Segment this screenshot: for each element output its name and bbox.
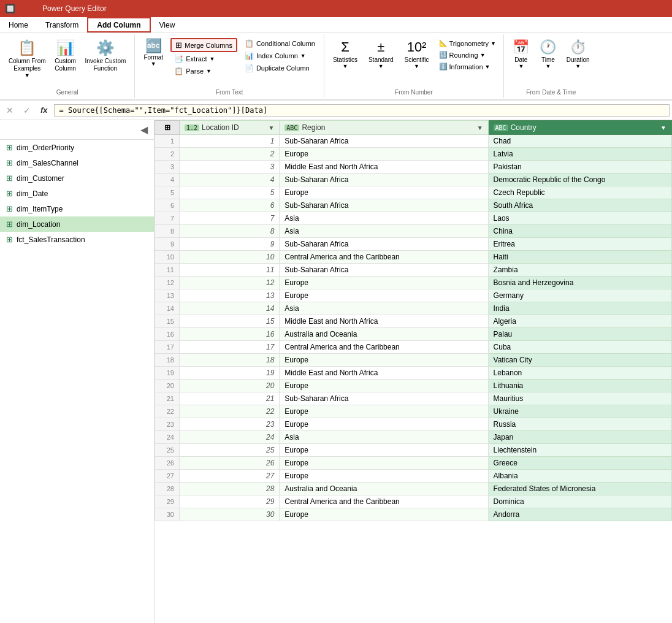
- time-button[interactable]: 🕐 Time ▼: [536, 37, 560, 72]
- menu-transform[interactable]: Transform: [37, 17, 87, 32]
- row-number-cell: 13: [155, 289, 180, 302]
- parse-icon: 📋: [174, 67, 183, 75]
- cell-location-id: 16: [180, 328, 280, 341]
- cell-location-id: 19: [180, 367, 280, 380]
- sidebar-item[interactable]: ⊞dim_ItemType: [0, 201, 154, 216]
- column-header-region[interactable]: ABC Region ▼: [280, 121, 488, 135]
- cell-region: Australia and Oceania: [280, 483, 488, 495]
- col-filter-button-country[interactable]: ▼: [660, 124, 666, 131]
- query-label: dim_ItemType: [17, 205, 63, 213]
- conditional-column-button[interactable]: 📋 Conditional Column: [241, 38, 319, 49]
- cell-location-id: 11: [180, 264, 280, 277]
- table-row: 2424AsiaJapan: [155, 431, 672, 444]
- table-row: 2020EuropeLithuania: [155, 380, 672, 392]
- sidebar-item[interactable]: ⊞dim_SalesChannel: [0, 155, 154, 170]
- duplicate-column-button[interactable]: 📄 Duplicate Column: [241, 63, 319, 74]
- parse-dropdown-icon: ▼: [206, 68, 212, 74]
- rounding-button[interactable]: 🔢 Rounding ▼: [437, 50, 498, 60]
- file-menu-button[interactable]: [20, 0, 37, 17]
- sidebar-queries-list: ⊞dim_OrderPriority⊞dim_SalesChannel⊞dim_…: [0, 140, 154, 247]
- row-number-cell: 30: [155, 508, 180, 521]
- cell-country: Pakistan: [488, 161, 671, 174]
- index-column-button[interactable]: 📊 Index Column ▼: [241, 50, 319, 61]
- cell-location-id: 9: [180, 238, 280, 251]
- sidebar-item[interactable]: ⊞dim_Location: [0, 216, 154, 232]
- row-number-cell: 11: [155, 264, 180, 277]
- sidebar-item[interactable]: ⊞dim_Customer: [0, 170, 154, 186]
- cell-region: Europe: [280, 444, 488, 457]
- standard-button[interactable]: ± Standard ▼: [365, 37, 397, 72]
- menu-view[interactable]: View: [151, 17, 184, 32]
- parse-button[interactable]: 📋 Parse ▼: [170, 66, 237, 77]
- table-row: 2121Sub-Saharan AfricaMauritius: [155, 392, 672, 405]
- format-button[interactable]: 🔤 Format ▼: [140, 37, 167, 69]
- duplicate-column-icon: 📄: [245, 64, 254, 72]
- col-filter-button-location_id[interactable]: ▼: [268, 124, 274, 131]
- cell-region: Sub-Saharan Africa: [280, 392, 488, 405]
- sidebar-item[interactable]: ⊞fct_SalesTransaction: [0, 232, 154, 247]
- cell-country: Federated States of Micronesia: [488, 483, 671, 495]
- statistics-button[interactable]: Σ Statistics ▼: [329, 37, 361, 72]
- sidebar-item[interactable]: ⊞dim_Date: [0, 186, 154, 201]
- cell-location-id: 6: [180, 199, 280, 212]
- duration-icon: ⏱️: [570, 39, 586, 55]
- sidebar-header: ◀: [0, 120, 154, 140]
- row-number-cell: 14: [155, 302, 180, 315]
- col-type-badge-location_id: 1.2: [185, 124, 199, 131]
- cell-country: Japan: [488, 431, 671, 444]
- column-from-examples-button[interactable]: 📋 Column FromExamples ▼: [5, 37, 50, 81]
- col-filter-button-region[interactable]: ▼: [477, 124, 483, 131]
- column-header-country[interactable]: ABC Country ▼: [488, 121, 671, 135]
- table-row: 22EuropeLatvia: [155, 148, 672, 161]
- formula-confirm-button[interactable]: ✓: [20, 104, 34, 117]
- invoke-custom-function-button[interactable]: ⚙️ Invoke CustomFunction: [82, 37, 130, 75]
- table-row: 55EuropeCzech Republic: [155, 186, 672, 199]
- scientific-button[interactable]: 10² Scientific ▼: [401, 37, 433, 72]
- duration-button[interactable]: ⏱️ Duration ▼: [563, 37, 594, 72]
- cell-country: Democratic Republic of the Congo: [488, 174, 671, 186]
- table-icon: ⊞: [6, 174, 13, 183]
- cell-region: Central America and the Caribbean: [280, 341, 488, 354]
- menu-add-column[interactable]: Add Column: [87, 17, 150, 32]
- merge-columns-button[interactable]: ⊞ Merge Columns: [170, 38, 237, 52]
- col-label-location_id: Location ID: [202, 123, 239, 132]
- query-label: dim_Customer: [17, 174, 64, 183]
- row-number-cell: 27: [155, 470, 180, 483]
- sidebar-item[interactable]: ⊞dim_OrderPriority: [0, 140, 154, 155]
- table-icon: ⊞: [6, 220, 13, 229]
- row-number-cell: 6: [155, 199, 180, 212]
- formula-cancel-button[interactable]: ✕: [2, 104, 17, 117]
- date-button[interactable]: 📅 Date ▼: [509, 37, 533, 72]
- row-number-cell: 18: [155, 354, 180, 367]
- table-row: 1616Australia and OceaniaPalau: [155, 328, 672, 341]
- row-number-cell: 21: [155, 392, 180, 405]
- conditional-column-icon: 📋: [245, 39, 254, 48]
- formula-input[interactable]: [54, 104, 670, 117]
- col-label-country: Country: [511, 123, 536, 132]
- cell-region: Europe: [280, 418, 488, 431]
- cell-location-id: 8: [180, 225, 280, 238]
- information-button[interactable]: ℹ️ Information ▼: [437, 61, 498, 72]
- extract-button[interactable]: 📑 Extract ▼: [170, 53, 237, 64]
- date-icon: 📅: [513, 39, 529, 55]
- cell-country: Dominica: [488, 495, 671, 508]
- from-datetime-group-label: From Date & Time: [526, 89, 576, 96]
- cell-country: Algeria: [488, 315, 671, 328]
- column-header-location_id[interactable]: 1.2 Location ID ▼: [180, 121, 280, 135]
- format-icon: 🔤: [145, 39, 162, 53]
- ribbon-group-general: 📋 Column FromExamples ▼ 📊 CustomColumn ⚙…: [0, 34, 135, 98]
- table-row: 11Sub-Saharan AfricaChad: [155, 135, 672, 148]
- custom-column-button[interactable]: 📊 CustomColumn: [51, 37, 80, 75]
- cell-region: Middle East and North Africa: [280, 315, 488, 328]
- trigonometry-button[interactable]: 📐 Trigonometry ▼: [437, 38, 498, 48]
- standard-icon: ±: [377, 39, 384, 55]
- menu-home[interactable]: Home: [0, 17, 37, 32]
- cell-location-id: 24: [180, 431, 280, 444]
- table-row: 1717Central America and the CaribbeanCub…: [155, 341, 672, 354]
- sidebar-collapse-button[interactable]: ◀: [140, 124, 148, 136]
- rounding-dropdown-icon: ▼: [480, 52, 486, 58]
- from-number-group-label: From Number: [395, 89, 433, 96]
- cell-country: Russia: [488, 418, 671, 431]
- row-number-cell: 17: [155, 341, 180, 354]
- from-text-group-label: From Text: [216, 89, 243, 96]
